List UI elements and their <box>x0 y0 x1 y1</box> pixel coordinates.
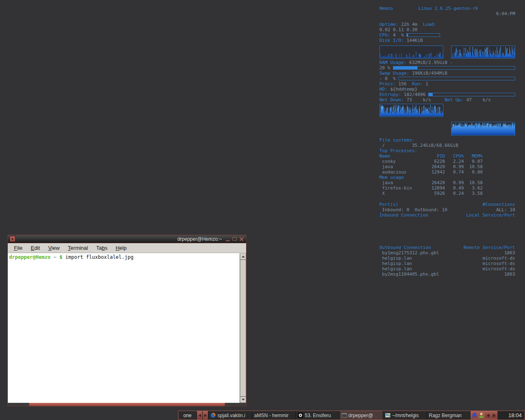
net-up-graph <box>451 122 515 136</box>
proc-mem: 10.58 <box>464 164 483 169</box>
proc-pid: 12942 <box>425 169 445 175</box>
task-item-amsn[interactable]: aMSN - hemmir <box>252 411 296 420</box>
netdown-value: 73 k/s <box>404 97 445 103</box>
menu-file[interactable]: File <box>10 244 27 252</box>
conn-port: microsoft-ds <box>483 261 515 266</box>
fs-usage: / 35.24GiB/68.66GiB <box>379 143 458 148</box>
ram-bar <box>393 66 515 70</box>
tray-next-button[interactable] <box>491 413 497 418</box>
window-buttons <box>226 237 244 241</box>
minimize-icon[interactable] <box>226 237 230 241</box>
load-line: 0.02 0.11 0.30 <box>379 27 515 32</box>
window-titlebar[interactable]: drpepper@Hemzo:~ <box>8 235 246 243</box>
proc-cpu: 0.49 <box>445 185 464 191</box>
task-item-label: aMSN - hemmir <box>254 413 289 418</box>
ports-label: Port(s) <box>379 202 398 207</box>
col-name: Name <box>379 153 425 159</box>
buddy-tray-icon[interactable] <box>478 412 484 418</box>
uptime-value: 22h 4m <box>398 22 423 27</box>
clock-line: 6:04:PM <box>379 11 515 16</box>
task-item-label: Ragz Bergman <box>429 413 462 418</box>
scrollbar-thumb[interactable] <box>240 260 246 397</box>
conn-port: microsoft-ds <box>483 266 515 272</box>
proc-cpu: 0.24 <box>445 191 464 196</box>
maximize-icon[interactable] <box>233 237 237 241</box>
taskbar: one spjall.vaktin.i aMSN - hemmir 53. En… <box>178 411 525 420</box>
entropy-line: Entropy: 182/4096 <box>379 92 515 97</box>
menu-view[interactable]: View <box>44 244 64 252</box>
task-item-audacious[interactable]: 53. Ensiferu <box>295 411 339 420</box>
mem-label: Mem usage <box>379 175 404 180</box>
entropy-bar <box>428 93 515 96</box>
resize-grip-right[interactable] <box>225 403 246 406</box>
ports-header-line: Port(s) #Connections <box>379 202 515 207</box>
task-item-helgis[interactable]: ~/mnt/helgis <box>383 411 427 420</box>
kernel-version: Linux 2.6.25-gentoo-r6 <box>418 6 478 11</box>
resize-handle[interactable] <box>29 403 225 406</box>
spacer <box>379 16 515 22</box>
tray-prev-button[interactable] <box>485 413 491 418</box>
proc-cpu: 0.99 <box>445 180 464 185</box>
workspace-label[interactable]: one <box>178 411 196 420</box>
hd-value: ${hddtemp} <box>388 87 418 92</box>
menu-label: s <box>105 245 107 251</box>
swap-line: Swap Usage: 196KiB/494MiB <box>379 71 515 76</box>
prompt-symbol: $ <box>59 254 65 260</box>
table-row: firefox-bin 12894 0.49 3.62 <box>379 185 515 191</box>
fs-usage-line: / 35.24GiB/68.66GiB <box>379 143 515 148</box>
inbound-conn-header: Inbound Connection <box>379 212 428 218</box>
menu-help[interactable]: Help <box>112 244 131 252</box>
terminal-screen[interactable]: drpepper@Hemzo ~ $ import fluxboxlalel.j… <box>8 253 240 403</box>
cpu-value: 4 % <box>390 32 407 38</box>
proc-cpu: 2.24 <box>445 159 464 164</box>
cpu-bar <box>406 33 440 37</box>
cpu-line: CPU: 4 % <box>379 32 515 38</box>
arrow-left-icon <box>199 414 201 417</box>
uptime-label: Uptime: <box>379 22 398 27</box>
scrollbar[interactable] <box>240 253 246 403</box>
task-item-label: spjall.vaktin.i <box>217 413 245 418</box>
col-mem: MEM% <box>464 153 483 159</box>
window-menu-button[interactable] <box>9 236 16 242</box>
table-row: audacious 12942 0.74 0.80 <box>379 169 515 175</box>
entropy-value: 182/4096 <box>401 92 428 97</box>
close-icon[interactable] <box>240 237 244 241</box>
netup-value: 47 k/s <box>463 97 491 103</box>
conn-host: helgisp.lan <box>379 256 412 261</box>
taskbar-clock: 18:04 <box>498 411 525 420</box>
audacious-icon <box>298 413 303 418</box>
ram-label: RAM Usage: <box>379 60 406 65</box>
task-item-label: ~/mnt/helgis <box>392 413 419 418</box>
proc-name: java <box>379 180 425 185</box>
arrow-right-icon <box>204 414 207 417</box>
amsn-tray-icon[interactable] <box>471 412 477 418</box>
task-item-label: 53. Ensiferu <box>305 413 331 418</box>
run-label: Run: <box>412 81 423 87</box>
scroll-down-button[interactable] <box>240 397 246 403</box>
resize-grip-left[interactable] <box>8 403 29 406</box>
conky-monitor: Hemzo Linux 2.6.25-gentoo-r6 6:04:PM Upt… <box>379 6 515 277</box>
proc-mem: 10.58 <box>464 180 483 185</box>
task-item-firefox[interactable]: spjall.vaktin.i <box>208 411 252 420</box>
menu-edit[interactable]: Edit <box>27 244 44 252</box>
scroll-up-button[interactable] <box>240 253 246 260</box>
workspace-next-button[interactable] <box>202 411 208 420</box>
disk-graphs <box>379 46 515 59</box>
workspace-prev-button[interactable] <box>196 411 202 420</box>
conn-host: helgisp.lan <box>379 266 412 272</box>
proc-cpu: 0.74 <box>445 169 464 175</box>
task-item-ragz[interactable]: Ragz Bergman <box>427 411 470 420</box>
list-item: by1msg2175312.phx.gbl 1863 <box>379 250 515 256</box>
ram-pct-label: 20 % <box>379 65 393 71</box>
system-tray <box>470 411 498 420</box>
hostname: Hemzo <box>379 6 418 11</box>
col-cpu: CPU% <box>445 153 464 159</box>
uptime-line: Uptime: 22h 4m Load: <box>379 22 515 27</box>
window-resize-bar[interactable] <box>8 403 246 406</box>
menu-tabs[interactable]: Tabs <box>92 244 111 252</box>
task-item-terminal[interactable]: drpepper@ <box>339 411 383 420</box>
swap-value: 196KiB/494MiB <box>409 71 447 76</box>
menu-terminal[interactable]: Terminal <box>64 244 92 252</box>
window-menu-icon <box>12 238 13 240</box>
disk-write-graph <box>451 46 515 59</box>
